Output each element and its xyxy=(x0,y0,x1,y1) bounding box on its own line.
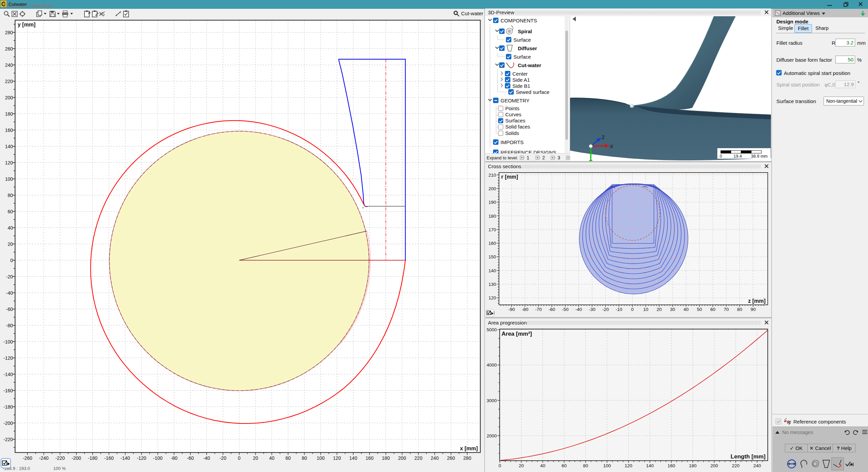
svg-text:0: 0 xyxy=(238,455,241,461)
svg-text:0: 0 xyxy=(720,154,722,159)
svg-text:z [mm]: z [mm] xyxy=(748,298,766,304)
svg-text:-260: -260 xyxy=(23,455,32,461)
svg-text:-30: -30 xyxy=(589,307,596,312)
svg-text:4000: 4000 xyxy=(487,362,497,368)
svg-text:130: 130 xyxy=(488,282,496,287)
svg-text:60: 60 xyxy=(710,307,715,312)
svg-text:Side B1: Side B1 xyxy=(512,83,530,89)
svg-text:0: 0 xyxy=(498,463,501,468)
svg-text:-50: -50 xyxy=(562,307,569,312)
svg-text:100: 100 xyxy=(317,455,325,461)
svg-text:240: 240 xyxy=(5,62,13,68)
svg-text:260: 260 xyxy=(5,46,13,52)
svg-text:5000: 5000 xyxy=(487,327,497,332)
svg-text:220: 220 xyxy=(732,463,740,468)
svg-text:-160: -160 xyxy=(104,455,114,461)
svg-text:80: 80 xyxy=(302,455,307,461)
svg-text:Center: Center xyxy=(512,71,528,77)
svg-text:-160: -160 xyxy=(3,388,13,393)
svg-text:100: 100 xyxy=(5,176,13,182)
svg-text:220: 220 xyxy=(5,79,13,84)
svg-text:-100: -100 xyxy=(153,455,163,461)
svg-text:220: 220 xyxy=(414,455,422,461)
svg-text:-70: -70 xyxy=(535,307,542,312)
svg-text:100: 100 xyxy=(603,463,611,468)
svg-text:-20: -20 xyxy=(220,455,226,461)
svg-text:40: 40 xyxy=(683,307,688,312)
svg-text:Solid faces: Solid faces xyxy=(505,124,530,130)
svg-text:200: 200 xyxy=(488,186,496,191)
svg-text:2000: 2000 xyxy=(487,433,497,438)
svg-text:Side A1: Side A1 xyxy=(512,77,530,83)
svg-text:-120: -120 xyxy=(3,355,13,361)
svg-text:200: 200 xyxy=(398,455,406,461)
svg-text:Area [mm²]: Area [mm²] xyxy=(502,331,532,337)
svg-text:-80: -80 xyxy=(171,455,177,461)
svg-text:150: 150 xyxy=(488,254,496,259)
svg-text:-60: -60 xyxy=(549,307,555,312)
svg-text:38.9 mm: 38.9 mm xyxy=(751,154,768,159)
svg-text:-40: -40 xyxy=(575,307,582,312)
svg-text:80: 80 xyxy=(583,463,588,468)
svg-text:x [mm]: x [mm] xyxy=(460,446,478,451)
svg-text:3000: 3000 xyxy=(487,398,497,403)
svg-text:Diffuser: Diffuser xyxy=(518,45,537,51)
svg-text:20: 20 xyxy=(657,307,662,312)
svg-text:180: 180 xyxy=(382,455,390,461)
svg-text:-200: -200 xyxy=(3,420,13,426)
svg-text:Curves: Curves xyxy=(505,112,522,117)
svg-text:40: 40 xyxy=(540,463,545,468)
svg-text:140: 140 xyxy=(5,144,13,149)
svg-text:19.4: 19.4 xyxy=(734,154,742,159)
svg-text:Surface: Surface xyxy=(513,54,531,60)
svg-text:10: 10 xyxy=(643,307,648,312)
svg-text:20: 20 xyxy=(253,455,258,461)
svg-text:20: 20 xyxy=(7,241,13,247)
svg-text:210: 210 xyxy=(488,173,496,178)
svg-text:190: 190 xyxy=(488,200,496,205)
svg-text:60: 60 xyxy=(285,455,291,461)
svg-text:160: 160 xyxy=(5,127,13,133)
svg-text:-100: -100 xyxy=(3,339,13,345)
svg-text:200: 200 xyxy=(5,95,13,100)
svg-text:-140: -140 xyxy=(120,455,130,461)
svg-text:170: 170 xyxy=(488,227,496,232)
svg-text:180: 180 xyxy=(488,214,496,219)
svg-text:50: 50 xyxy=(697,307,702,312)
svg-text:120: 120 xyxy=(625,463,633,468)
svg-text:-20: -20 xyxy=(6,274,13,279)
svg-text:-200: -200 xyxy=(72,455,81,461)
svg-text:160: 160 xyxy=(365,455,374,461)
svg-text:240: 240 xyxy=(431,455,439,461)
svg-text:-120: -120 xyxy=(137,455,146,461)
svg-text:90: 90 xyxy=(751,307,756,312)
svg-text:180: 180 xyxy=(689,463,697,468)
svg-text:Surface: Surface xyxy=(513,37,531,43)
svg-text:-180: -180 xyxy=(3,404,13,410)
svg-text:-180: -180 xyxy=(88,455,97,461)
svg-text:X: X xyxy=(610,143,613,149)
svg-text:120: 120 xyxy=(5,160,13,165)
svg-text:-60: -60 xyxy=(6,307,13,312)
svg-text:y [mm]: y [mm] xyxy=(18,22,35,27)
svg-text:Length [mm]: Length [mm] xyxy=(731,453,766,460)
svg-text:280: 280 xyxy=(5,30,13,35)
svg-text:120: 120 xyxy=(333,455,341,461)
svg-text:R: R xyxy=(787,420,790,425)
svg-text:-220: -220 xyxy=(55,455,65,461)
svg-text:30: 30 xyxy=(670,307,675,312)
svg-text:140: 140 xyxy=(646,463,654,468)
svg-text:-240: -240 xyxy=(39,455,49,461)
svg-text:260: 260 xyxy=(447,455,455,461)
svg-text:40: 40 xyxy=(7,225,13,231)
svg-text:-90: -90 xyxy=(508,307,515,312)
svg-text:140: 140 xyxy=(488,268,496,273)
svg-text:IMPORTS: IMPORTS xyxy=(501,139,524,145)
svg-text:80: 80 xyxy=(737,307,742,312)
svg-text:200: 200 xyxy=(711,463,718,468)
svg-text:240: 240 xyxy=(753,463,761,468)
svg-text:-140: -140 xyxy=(3,372,13,377)
svg-text:160: 160 xyxy=(488,241,496,246)
svg-text:REFERENCE DESIGNS: REFERENCE DESIGNS xyxy=(501,150,556,153)
svg-text:60: 60 xyxy=(7,209,13,214)
